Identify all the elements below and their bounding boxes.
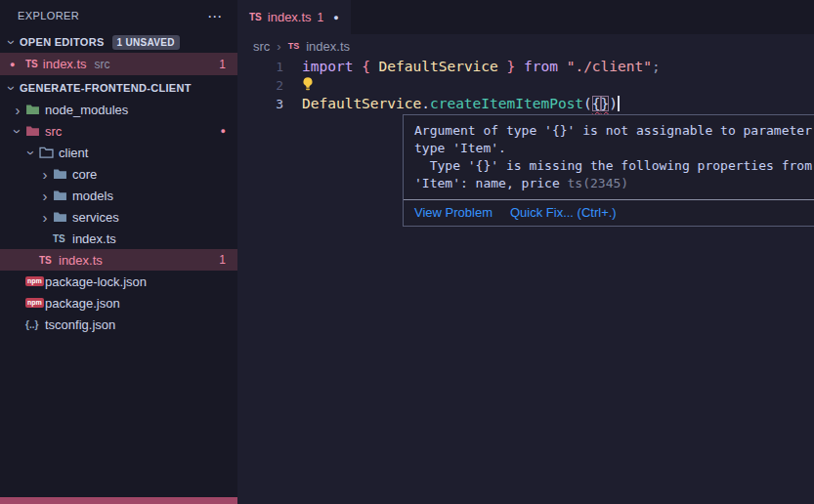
error-code: ts(2345) — [568, 176, 629, 190]
folder-icon — [25, 125, 45, 137]
chevron-right-icon[interactable]: › — [37, 166, 53, 183]
breadcrumb-file[interactable]: index.ts — [306, 39, 350, 54]
tree-item-label: client — [59, 146, 88, 160]
error-message-line: Argument of type '{}' is not assignable … — [414, 122, 814, 140]
chevron-right-icon[interactable]: › — [37, 209, 53, 226]
line-number: 3 — [237, 95, 283, 113]
code-token — [498, 59, 507, 74]
project-section-header[interactable]: › GENERATE-FRONTEND-CLIENT — [0, 77, 237, 99]
explorer-sidebar: EXPLORER ⋯ › OPEN EDITORS 1 UNSAVED ● TS… — [0, 0, 237, 504]
open-editors-header[interactable]: › OPEN EDITORS 1 UNSAVED — [0, 31, 237, 53]
tree-item-package-json[interactable]: npmpackage.json — [0, 292, 237, 314]
breadcrumb: src › TS index.ts — [237, 34, 814, 58]
typescript-file-icon: TS — [39, 255, 59, 266]
tree-item-label: index.ts — [59, 253, 103, 268]
code-token: { — [592, 96, 601, 111]
tab-problems-badge: 1 — [318, 11, 324, 24]
tree-item-label: package.json — [45, 296, 120, 311]
code-line-3[interactable]: 3DefaultService.createItemItemPost({}) — [237, 95, 814, 113]
code-content[interactable]: DefaultService.createItemItemPost({}) — [302, 95, 620, 113]
open-editors-label: OPEN EDITORS — [20, 36, 105, 48]
chevron-right-icon[interactable]: › — [10, 102, 25, 118]
folder-icon — [53, 211, 72, 223]
code-token: "./client" — [567, 59, 652, 74]
tree-item-label: models — [72, 189, 113, 203]
code-token: createItemItemPost — [430, 96, 583, 111]
tree-item-label: src — [45, 124, 62, 139]
typescript-file-icon: TS — [288, 41, 300, 51]
code-content[interactable] — [302, 76, 320, 96]
chevron-down-icon[interactable]: › — [4, 34, 21, 50]
tab-index-ts[interactable]: TS index.ts 1 ● — [237, 0, 351, 34]
tree-item-index-ts[interactable]: TSindex.ts — [0, 228, 237, 249]
error-text: 'Item': name, price — [414, 176, 568, 190]
code-token: DefaultService — [379, 59, 498, 74]
error-message-line: Type '{}' is missing the following prope… — [414, 157, 814, 175]
tab-modified-dot-icon[interactable]: ● — [333, 13, 338, 22]
npm-file-icon: npm — [25, 276, 45, 286]
code-token — [558, 59, 567, 74]
code-area[interactable]: 1import { DefaultService } from "./clien… — [237, 58, 814, 113]
chevron-down-icon[interactable]: › — [4, 80, 21, 96]
tree-item-label: core — [72, 167, 97, 182]
error-hover-popup: Argument of type '{}' is not assignable … — [403, 114, 814, 227]
quick-fix-link[interactable]: Quick Fix... (Ctrl+.) — [510, 205, 617, 220]
line-number: 1 — [237, 58, 283, 76]
folder-open-icon — [39, 147, 59, 158]
more-actions-icon[interactable]: ⋯ — [207, 9, 222, 23]
typescript-file-icon: TS — [53, 233, 72, 244]
view-problem-link[interactable]: View Problem — [414, 205, 493, 220]
error-message: Argument of type '{}' is not assignable … — [404, 115, 814, 199]
code-token: } — [601, 96, 610, 111]
code-line-2[interactable]: 2 — [237, 76, 814, 95]
error-text: type 'Item'. — [414, 141, 506, 155]
typescript-file-icon: TS — [25, 59, 38, 69]
tree-item-tsconfig-json[interactable]: {..}tsconfig.json — [0, 314, 237, 335]
tree-item-node-modules[interactable]: ›node_modules — [0, 99, 237, 120]
tree-item-services[interactable]: ›services — [0, 206, 237, 228]
code-content[interactable]: import { DefaultService } from "./client… — [302, 58, 661, 76]
code-token — [353, 59, 362, 74]
chevron-right-icon[interactable]: › — [37, 188, 53, 204]
tab-label: index.ts — [268, 10, 312, 24]
line-number: 2 — [237, 76, 283, 95]
code-line-1[interactable]: 1import { DefaultService } from "./clien… — [237, 58, 814, 76]
vscode-window: { "colors": { "error": "#f38ba8", "link"… — [0, 0, 814, 504]
explorer-title: EXPLORER — [18, 10, 79, 21]
hover-action-bar: View Problem Quick Fix... (Ctrl+.) — [404, 199, 814, 226]
code-token: . — [421, 96, 430, 111]
tree-item-core[interactable]: ›core — [0, 163, 237, 185]
tree-item-label: index.ts — [72, 231, 116, 246]
lightbulb-icon[interactable] — [302, 77, 316, 96]
code-token: ( — [583, 96, 592, 111]
folder-icon — [25, 104, 45, 115]
modified-dot-icon[interactable]: ● — [10, 60, 25, 69]
code-token: ; — [652, 59, 661, 74]
code-token — [370, 59, 379, 74]
code-token: from — [524, 59, 558, 74]
tree-item-package-lock-json[interactable]: npmpackage-lock.json — [0, 271, 237, 292]
code-token: import — [302, 59, 353, 74]
problems-badge: 1 — [219, 58, 226, 71]
tree-item-label: services — [72, 210, 119, 225]
breadcrumb-separator-icon: › — [277, 39, 280, 54]
breadcrumb-folder[interactable]: src — [253, 39, 270, 54]
chevron-down-icon[interactable]: › — [23, 145, 40, 160]
tree-item-index-ts[interactable]: TSindex.ts1 — [0, 249, 237, 271]
unsaved-badge: 1 UNSAVED — [112, 35, 180, 50]
open-editor-file-name: index.ts — [43, 57, 87, 71]
text-cursor — [618, 96, 620, 111]
chevron-down-icon[interactable]: › — [10, 123, 26, 139]
horizontal-scrollbar[interactable] — [0, 497, 237, 504]
typescript-file-icon: TS — [249, 12, 262, 22]
error-message-line: type 'Item'. — [414, 140, 814, 157]
project-name-label: GENERATE-FRONTEND-CLIENT — [20, 82, 192, 94]
error-text: Argument of type '{}' is not assignable … — [414, 123, 814, 138]
tree-item-src[interactable]: ›src● — [0, 120, 237, 142]
open-editor-item-index-ts[interactable]: ● TS index.ts src 1 — [0, 53, 237, 75]
tree-item-label: tsconfig.json — [45, 317, 115, 332]
error-text: Type '{}' is missing the following prope… — [414, 158, 814, 173]
folder-icon — [53, 168, 72, 180]
tree-item-models[interactable]: ›models — [0, 185, 237, 206]
tree-item-client[interactable]: ›client — [0, 142, 237, 163]
